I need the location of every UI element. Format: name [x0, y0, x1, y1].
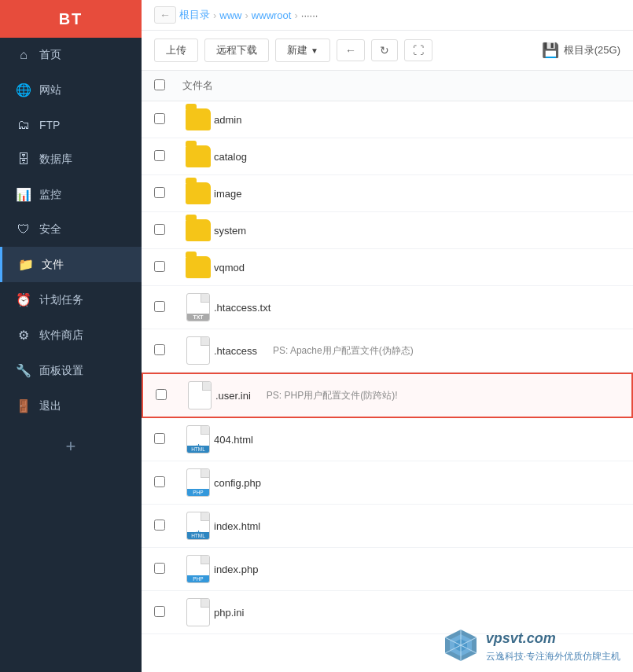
row-checkbox[interactable] — [154, 563, 165, 574]
sidebar-item-label: 安全 — [39, 222, 61, 237]
file-list-header: 文件名 — [142, 71, 633, 101]
sidebar-item-home[interactable]: ⌂ 首页 — [0, 38, 142, 72]
new-button[interactable]: 新建 ▼ — [275, 39, 330, 62]
row-checkbox[interactable] — [156, 389, 167, 400]
database-icon: 🗄 — [16, 152, 31, 167]
sidebar-item-label: 计划任务 — [39, 293, 83, 307]
html-file-icon: </> HTML — [186, 425, 210, 454]
files-icon: 📁 — [18, 257, 34, 272]
generic-file-icon — [186, 336, 210, 365]
disk-info-label: 根目录(25G) — [564, 43, 620, 57]
sidebar-item-files[interactable]: 📁 文件 — [0, 247, 142, 282]
file-name: index.php — [214, 564, 258, 575]
monitor-icon: 📊 — [16, 187, 31, 202]
file-name: 404.html — [214, 434, 253, 446]
php-file-icon: PHP — [186, 555, 210, 583]
sidebar-item-security[interactable]: 🛡 安全 — [0, 212, 142, 247]
breadcrumb-item-root[interactable]: 根目录 — [179, 8, 210, 22]
ftp-icon: 🗂 — [16, 118, 31, 132]
row-checkbox[interactable] — [154, 261, 165, 272]
generic-file-icon — [186, 598, 210, 626]
folder-icon — [186, 145, 211, 167]
file-name: .htaccess — [214, 345, 257, 357]
row-checkbox[interactable] — [154, 224, 165, 235]
upload-button[interactable]: 上传 — [154, 39, 198, 62]
filename-column-header: 文件名 — [182, 79, 620, 93]
table-row[interactable]: image — [142, 175, 633, 212]
sidebar-item-label: 首页 — [39, 48, 61, 62]
folder-icon — [186, 219, 211, 241]
table-row[interactable]: system — [142, 212, 633, 249]
row-checkbox[interactable] — [154, 606, 165, 617]
file-label: PS: PHP用户配置文件(防跨站)! — [267, 389, 398, 402]
sidebar-item-database[interactable]: 🗄 数据库 — [0, 142, 142, 177]
row-checkbox[interactable] — [154, 433, 165, 444]
file-name: config.php — [214, 477, 261, 489]
file-label: PS: Apache用户配置文件(伪静态) — [273, 344, 414, 358]
breadcrumb-item-www[interactable]: www — [219, 9, 241, 21]
breadcrumb-item-wwwroot[interactable]: wwwroot — [252, 9, 292, 21]
table-row[interactable]: </> HTML index.html — [142, 505, 633, 548]
sidebar-logo: BT — [0, 0, 142, 38]
sidebar-item-label: 退出 — [39, 399, 61, 413]
new-caret-icon: ▼ — [311, 46, 318, 55]
table-row[interactable]: PHP config.php — [142, 461, 633, 505]
breadcrumb-item-current: ······ — [301, 9, 318, 21]
disk-icon: 💾 — [542, 42, 559, 59]
file-name: .user.ini — [215, 390, 251, 402]
sidebar-item-label: 数据库 — [39, 152, 72, 167]
table-row[interactable]: .user.ini PS: PHP用户配置文件(防跨站)! — [142, 373, 633, 418]
table-row[interactable]: catalog — [142, 138, 633, 175]
sidebar: BT ⌂ 首页 🌐 网站 🗂 FTP 🗄 数据库 📊 监控 🛡 安全 📁 文件 … — [0, 0, 142, 672]
logout-icon: 🚪 — [16, 398, 31, 413]
main-content: ← 根目录 › www › wwwroot › ······ 上传 远程下载 新… — [142, 0, 633, 672]
toolbar: 上传 远程下载 新建 ▼ ← ↻ ⛶ 💾 根目录(25G) — [142, 31, 633, 71]
shield-icon: 🛡 — [16, 222, 31, 237]
row-checkbox[interactable] — [154, 187, 165, 198]
toolbar-refresh-button[interactable]: ↻ — [371, 39, 398, 61]
toolbar-back-button[interactable]: ← — [337, 39, 365, 61]
sidebar-item-settings[interactable]: 🔧 面板设置 — [0, 353, 142, 388]
folder-icon — [186, 108, 211, 130]
table-row[interactable]: vqmod — [142, 249, 633, 286]
sidebar-item-website[interactable]: 🌐 网站 — [0, 72, 142, 108]
html-file-icon: </> HTML — [186, 512, 210, 540]
sidebar-add-button[interactable]: + — [0, 427, 142, 466]
sidebar-item-logout[interactable]: 🚪 退出 — [0, 388, 142, 424]
settings-icon: 🔧 — [16, 363, 31, 378]
table-row[interactable]: </> HTML 404.html — [142, 418, 633, 461]
disk-info: 💾 根目录(25G) — [542, 42, 620, 59]
row-checkbox[interactable] — [154, 301, 165, 312]
file-list: 文件名 admin catalog image system — [142, 71, 633, 672]
table-row[interactable]: admin — [142, 101, 633, 138]
table-row[interactable]: PHP index.php — [142, 548, 633, 591]
php-file-icon: PHP — [186, 468, 210, 497]
row-checkbox[interactable] — [154, 476, 165, 487]
generic-file-icon — [188, 381, 212, 409]
file-name: .htaccess.txt — [214, 302, 270, 314]
sidebar-item-ftp[interactable]: 🗂 FTP — [0, 108, 142, 142]
sidebar-item-cron[interactable]: ⏰ 计划任务 — [0, 282, 142, 318]
select-all-checkbox[interactable] — [154, 79, 165, 90]
table-row[interactable]: .htaccess PS: Apache用户配置文件(伪静态) — [142, 329, 633, 373]
row-checkbox[interactable] — [154, 520, 165, 531]
folder-icon — [186, 256, 211, 278]
home-icon: ⌂ — [16, 48, 31, 62]
sidebar-item-monitor[interactable]: 📊 监控 — [0, 177, 142, 212]
row-checkbox[interactable] — [154, 344, 165, 355]
file-name: vqmod — [214, 262, 245, 274]
row-checkbox[interactable] — [154, 113, 165, 124]
remote-download-button[interactable]: 远程下载 — [204, 39, 269, 62]
folder-icon — [186, 182, 211, 204]
toolbar-fullscreen-button[interactable]: ⛶ — [404, 39, 432, 61]
table-row[interactable]: TXT .htaccess.txt — [142, 286, 633, 329]
file-name: image — [214, 188, 241, 200]
watermark-logo-icon — [442, 626, 480, 664]
breadcrumb: ← 根目录 › www › wwwroot › ······ — [142, 0, 633, 31]
sidebar-item-appstore[interactable]: ⚙ 软件商店 — [0, 318, 142, 353]
row-checkbox[interactable] — [154, 150, 165, 161]
watermark-brand: vpsvt.com — [486, 628, 620, 649]
appstore-icon: ⚙ — [16, 328, 31, 343]
watermark-tagline: 云逸科技·专注海外优质仿牌主机 — [486, 649, 620, 663]
breadcrumb-back-button[interactable]: ← — [154, 6, 176, 24]
